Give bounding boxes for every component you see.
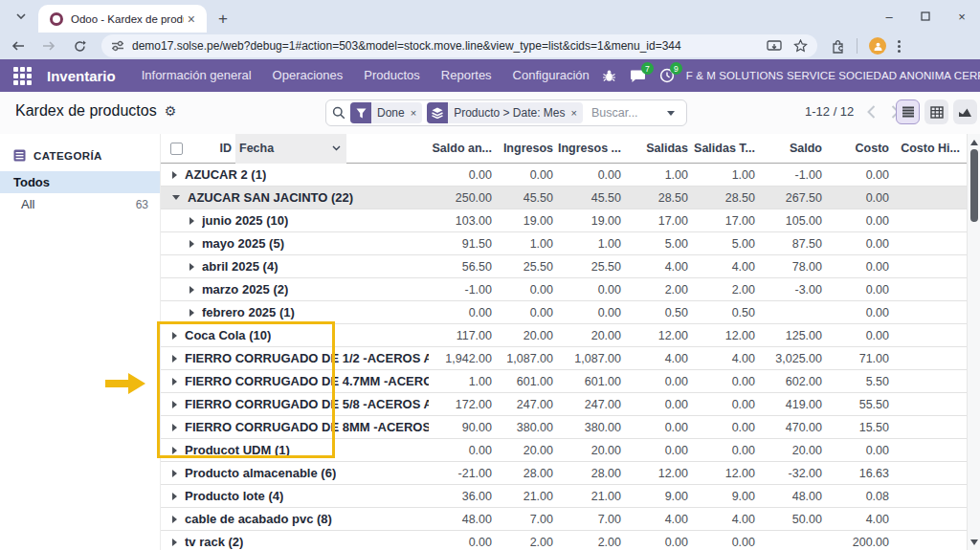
search-dropdown-caret-icon[interactable] [667, 111, 675, 116]
window-minimize-button[interactable]: – [871, 0, 907, 33]
forward-button[interactable] [36, 34, 61, 57]
column-header-costo-historico[interactable]: Costo Hi... [889, 142, 960, 155]
select-all-checkbox[interactable] [161, 143, 191, 155]
category-icon [13, 149, 26, 162]
groupby-chip-close-icon[interactable]: × [571, 107, 583, 119]
table-group-row[interactable]: Producot UDM (1) 0.00 20.00 20.00 0.00 0… [161, 439, 980, 462]
expand-toggle-icon[interactable] [172, 470, 177, 477]
cell-saldo-anterior: 56.50 [429, 260, 492, 274]
tab-title: Odoo - Kardex de productos [71, 13, 184, 25]
menu-item-informaci-n-general[interactable]: Información general [131, 59, 262, 92]
column-header-saldo-anterior[interactable]: Saldo an... [429, 142, 492, 155]
column-header-ingresos[interactable]: Ingresos [492, 142, 553, 155]
search-input[interactable]: Buscar... [591, 106, 667, 120]
new-tab-button[interactable]: + [207, 10, 237, 33]
scroll-down-icon[interactable] [968, 536, 980, 548]
table-group-row[interactable]: FIERRO CORRUGADO DE 1/2 -ACEROS AREQUIPA… [161, 347, 980, 370]
tab-search-button[interactable] [8, 3, 34, 30]
table-group-row[interactable]: cable de acabado pvc (8) 48.00 7.00 7.00… [161, 508, 980, 531]
table-group-row[interactable]: Coca Cola (10) 117.00 20.00 20.00 12.00 … [161, 324, 980, 347]
expand-toggle-icon[interactable] [172, 195, 180, 200]
column-header-fecha[interactable]: Fecha [235, 134, 346, 164]
expand-toggle-icon[interactable] [172, 493, 177, 500]
sidebar-item-todos[interactable]: Todos [0, 171, 160, 193]
table-group-row[interactable]: junio 2025 (10) 103.00 19.00 19.00 17.00… [161, 209, 980, 232]
column-header-salidas[interactable]: Salidas [621, 142, 688, 155]
menu-item-reportes[interactable]: Reportes [431, 59, 502, 92]
expand-toggle-icon[interactable] [172, 171, 177, 179]
filter-chip-close-icon[interactable]: × [411, 107, 422, 119]
back-button[interactable] [6, 34, 31, 57]
apps-grid-icon[interactable] [13, 67, 32, 85]
expand-toggle-icon[interactable] [189, 263, 194, 271]
table-group-row[interactable]: tv rack (2) 0.00 2.00 2.00 0.00 0.00 200… [161, 531, 980, 550]
pivot-view-button[interactable] [924, 99, 948, 124]
app-name[interactable]: Inventario [47, 68, 116, 84]
window-maximize-button[interactable] [907, 0, 944, 33]
expand-toggle-icon[interactable] [172, 355, 177, 363]
extensions-puzzle-icon[interactable] [831, 39, 845, 54]
table-group-row[interactable]: Producto almacenable (6) -21.00 28.00 28… [161, 462, 980, 485]
messages-icon[interactable]: 7 [629, 66, 648, 85]
expand-toggle-icon[interactable] [172, 539, 177, 546]
column-header-costo[interactable]: Costo [822, 142, 889, 155]
menu-item-productos[interactable]: Productos [353, 59, 431, 92]
url-text[interactable]: demo17.solse.pe/web?debug=1#action=503&m… [132, 39, 759, 53]
table-group-row[interactable]: marzo 2025 (2) -1.00 0.00 0.00 2.00 2.00… [161, 278, 980, 301]
expand-toggle-icon[interactable] [172, 424, 177, 431]
expand-toggle-icon[interactable] [172, 447, 177, 454]
expand-toggle-icon[interactable] [189, 217, 194, 225]
window-close-button[interactable]: × [944, 0, 980, 33]
browser-menu-icon[interactable] [898, 40, 901, 53]
column-header-saldo[interactable]: Saldo [755, 142, 822, 155]
expand-toggle-icon[interactable] [189, 309, 194, 317]
column-header-salidas-total[interactable]: Salidas T... [688, 142, 755, 155]
expand-toggle-icon[interactable] [189, 240, 194, 248]
menu-item-configuraci-n[interactable]: Configuración [502, 59, 600, 92]
group-label: FIERRO CORRUGADO DE 4.7MM -ACEROS AREQUI… [185, 374, 429, 388]
cell-salidas: 0.00 [621, 398, 688, 411]
search-bar[interactable]: Done × Producto > Date: Mes × Buscar... [325, 99, 687, 126]
vertical-scrollbar[interactable] [967, 134, 980, 550]
table-group-row[interactable]: mayo 2025 (5) 91.50 1.00 1.00 5.00 5.00 … [161, 232, 980, 255]
table-group-row[interactable]: FIERRO CORRUGADO DE 5/8 -ACEROS AREQUIPA… [161, 393, 980, 416]
table-group-row[interactable]: Producto lote (4) 36.00 21.00 21.00 9.00… [161, 485, 980, 508]
debug-bug-icon[interactable] [600, 66, 619, 85]
bookmark-star-icon[interactable] [793, 39, 808, 53]
graph-view-button[interactable] [953, 99, 977, 124]
tab-close-icon[interactable]: × [184, 11, 199, 27]
cell-saldo-anterior: 103.00 [429, 214, 492, 228]
url-bar[interactable]: demo17.solse.pe/web?debug=1#action=503&m… [101, 34, 817, 57]
filter-chip[interactable]: Done × [350, 102, 422, 123]
table-group-row[interactable]: FIERRO CORRUGADO DE 8MM -ACEROS AREQUIPA… [161, 416, 980, 439]
pager-previous-button[interactable] [867, 105, 876, 119]
table-group-row[interactable]: AZUCAR SAN JACINTO (22) 250.00 45.50 45.… [161, 187, 980, 209]
browser-tab[interactable]: Odoo - Kardex de productos × [38, 5, 207, 33]
cell-saldo-anterior: 0.00 [429, 444, 492, 457]
scroll-up-icon[interactable] [968, 136, 980, 148]
expand-toggle-icon[interactable] [172, 516, 177, 523]
groupby-chip[interactable]: Producto > Date: Mes × [427, 102, 583, 123]
group-label: FIERRO CORRUGADO DE 8MM -ACEROS AREQUIPA [185, 420, 429, 434]
expand-toggle-icon[interactable] [189, 286, 194, 294]
table-group-row[interactable]: AZUCAR 2 (1) 0.00 0.00 0.00 1.00 1.00 -1… [161, 164, 980, 187]
table-group-row[interactable]: febrero 2025 (1) 0.00 0.00 0.00 0.50 0.5… [161, 301, 980, 324]
column-header-ingresos-total[interactable]: Ingresos ... [553, 142, 621, 155]
column-header-id[interactable]: ID [191, 142, 235, 155]
action-gear-icon[interactable]: ⚙ [165, 103, 177, 119]
table-group-row[interactable]: abril 2025 (4) 56.50 25.50 25.50 4.00 4.… [161, 255, 980, 278]
sidebar-item-all[interactable]: All63 [0, 193, 160, 215]
list-view-button[interactable] [896, 99, 920, 124]
reload-button[interactable] [67, 34, 92, 57]
save-page-icon[interactable] [767, 40, 782, 53]
menu-item-operaciones[interactable]: Operaciones [262, 59, 354, 92]
expand-toggle-icon[interactable] [172, 401, 177, 408]
profile-avatar-icon[interactable] [869, 37, 886, 55]
scrollbar-thumb[interactable] [970, 149, 978, 222]
activities-clock-icon[interactable]: 9 [657, 66, 677, 85]
site-settings-icon[interactable] [111, 40, 124, 52]
expand-toggle-icon[interactable] [172, 378, 177, 385]
table-group-row[interactable]: FIERRO CORRUGADO DE 4.7MM -ACEROS AREQUI… [161, 370, 980, 393]
company-name[interactable]: F & M SOLUTIONS SERVICE SOCIEDAD ANONIMA… [686, 70, 980, 81]
expand-toggle-icon[interactable] [172, 332, 177, 340]
